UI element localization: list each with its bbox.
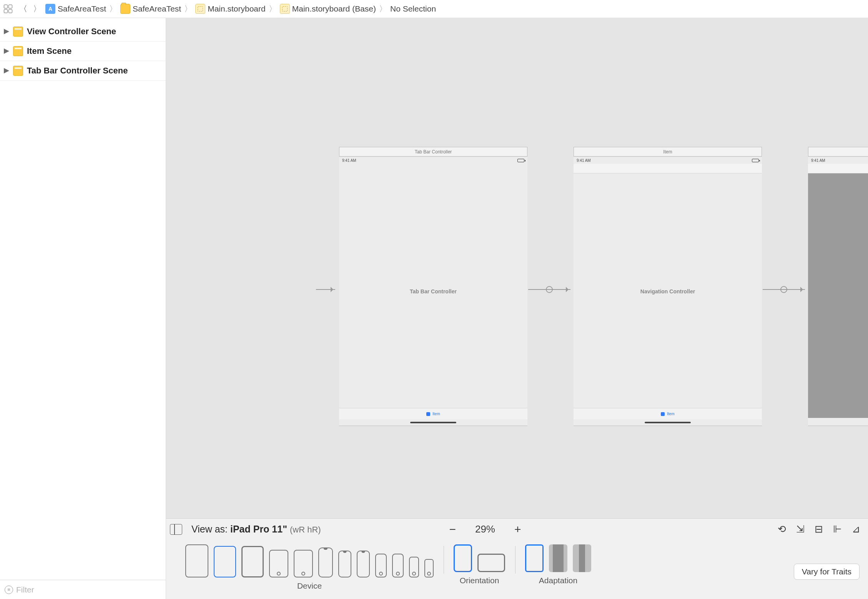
device-ipad-97[interactable] [294,550,313,577]
scene-view-controller[interactable]: View Controller 9:41 AM [808,147,868,426]
size-class-label: (wR hR) [290,525,321,534]
storyboard-icon [280,4,290,14]
svg-marker-2 [4,68,9,73]
status-time: 9:41 AM [811,158,825,163]
device-ipad-pro-11[interactable] [214,546,236,577]
device-iphone-8-plus[interactable] [375,554,387,577]
device-ipad[interactable] [241,546,264,577]
home-indicator [410,422,456,423]
chevron-right-icon: 〉 [269,3,277,14]
device-iphone-4s[interactable] [424,559,434,577]
orientation-portrait[interactable] [454,544,472,572]
svg-marker-0 [4,29,9,34]
tab-bar: Item [339,408,527,419]
view-body [808,173,868,418]
vary-for-traits-button[interactable]: Vary for Traits [794,564,860,580]
outline-row-view-controller-scene[interactable]: View Controller Scene [0,22,166,42]
project-icon: A [45,4,55,14]
tab-item-icon [426,412,430,416]
breadcrumb-item-storyboard-base[interactable]: Main.storyboard (Base) [280,4,376,14]
outline-row-label: View Controller Scene [27,27,116,37]
outline-row-label: Item Scene [27,46,72,56]
tab-item-label: Item [432,412,440,416]
segue-badge-icon[interactable] [546,286,553,293]
related-items-icon[interactable] [4,5,15,13]
storyboard-canvas[interactable]: Tab Bar Controller 9:41 AM Tab Bar Contr… [166,18,868,518]
breadcrumb-label: SafeAreaTest [133,4,181,13]
breadcrumb-label: SafeAreaTest [58,4,106,13]
scene-item[interactable]: Item 9:41 AM Navigation Controller [574,147,762,426]
adaptation-two-thirds[interactable] [549,544,567,572]
scene-title[interactable]: View Controller [808,147,868,156]
scene-icon [13,46,23,56]
device-iphone-max[interactable] [318,547,333,577]
scene-title[interactable]: Item [574,147,762,156]
group-label-adaptation: Adaptation [539,576,577,585]
device-ipad-mini[interactable] [269,550,288,577]
controller-placeholder-label: Tab Bar Controller [339,157,527,426]
orientation-landscape[interactable] [477,554,505,572]
trait-bar: View as: iPad Pro 11" (wR hR) − 29% + ⟲ … [166,518,868,599]
filter-icon[interactable]: ≡ [5,586,13,594]
status-bar: 9:41 AM [808,157,868,164]
zoom-in-button[interactable]: + [514,524,521,535]
segue-badge-icon[interactable] [780,286,787,293]
orientation-group: Orientation [444,544,515,585]
nav-back-button[interactable]: 〈 [18,3,28,14]
tab-item-label: Item [667,412,674,416]
embed-in-icon[interactable]: ⇲ [796,523,805,535]
device-iphone-8[interactable] [392,554,404,577]
toggle-outline-button[interactable] [170,524,182,535]
zoom-out-button[interactable]: − [449,524,456,535]
tab-bar: Item [574,408,762,419]
device-iphone[interactable] [338,551,351,577]
disclosure-triangle-icon[interactable] [4,29,9,34]
storyboard-icon [195,4,205,14]
device-ipad-pro-12[interactable] [185,544,208,577]
adaptation-full[interactable] [525,544,544,572]
navigation-bar [808,164,868,173]
document-outline: View Controller Scene Item Scene Tab Bar… [0,18,166,599]
device-iphone-mini[interactable] [357,551,370,577]
controller-placeholder-label: Navigation Controller [574,157,762,426]
scene-tab-bar-controller[interactable]: Tab Bar Controller 9:41 AM Tab Bar Contr… [339,147,527,426]
group-label-device: Device [297,581,322,591]
scene-icon [13,27,23,37]
pin-icon[interactable]: ⊩ [833,523,842,535]
view-as-label[interactable]: View as: iPad Pro 11" (wR hR) [191,524,321,535]
breadcrumb-label: No Selection [390,4,436,13]
breadcrumb-item-folder[interactable]: SafeAreaTest [120,4,181,14]
initial-vc-arrow-icon[interactable] [316,289,335,290]
home-indicator [645,422,691,423]
svg-marker-1 [4,48,9,54]
breadcrumb-item-selection[interactable]: No Selection [390,4,436,13]
outline-row-tab-bar-controller-scene[interactable]: Tab Bar Controller Scene [0,61,166,81]
chevron-right-icon: 〉 [379,3,387,14]
focus-icon[interactable]: ⟲ [778,523,786,535]
outline-row-item-scene[interactable]: Item Scene [0,42,166,61]
chevron-right-icon: 〉 [184,3,192,14]
disclosure-triangle-icon[interactable] [4,48,9,54]
outline-row-label: Tab Bar Controller Scene [27,66,128,76]
breadcrumb-label: Main.storyboard (Base) [292,4,376,13]
breadcrumb-item-project[interactable]: A SafeAreaTest [45,4,106,14]
nav-forward-button[interactable]: 〉 [32,3,42,14]
resolve-issues-icon[interactable]: ⊿ [852,523,860,535]
breadcrumb-bar: 〈 〉 A SafeAreaTest 〉 SafeAreaTest 〉 Main… [0,0,868,18]
outline-list: View Controller Scene Item Scene Tab Bar… [0,18,166,580]
device-iphone-se[interactable] [409,557,419,577]
device-group: Device [175,544,444,591]
adaptation-group: Adaptation [515,544,601,585]
outline-filter-input[interactable] [16,585,161,594]
view-as-prefix: View as: [191,524,230,534]
adaptation-one-third[interactable] [573,544,591,572]
zoom-level-label[interactable]: 29% [475,523,495,535]
breadcrumb-item-storyboard[interactable]: Main.storyboard [195,4,266,14]
view-as-device: iPad Pro 11" [230,524,287,534]
canvas-tools: ⟲ ⇲ ⊟ ⊩ ⊿ [778,523,860,535]
align-icon[interactable]: ⊟ [815,523,823,535]
disclosure-triangle-icon[interactable] [4,68,9,73]
breadcrumb-label: Main.storyboard [208,4,266,13]
outline-filter: ≡ [0,580,166,599]
scene-title[interactable]: Tab Bar Controller [339,147,527,156]
